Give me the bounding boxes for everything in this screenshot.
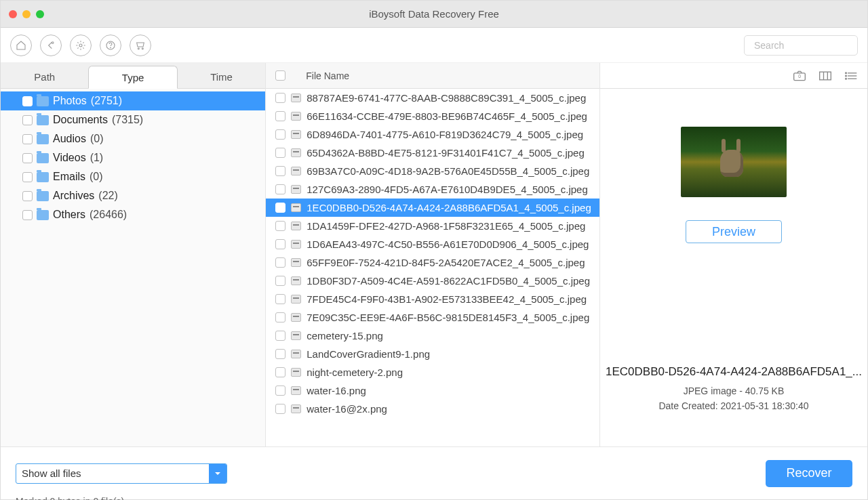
folder-icon [37, 172, 49, 182]
category-count: (2751) [91, 95, 122, 107]
svg-point-5 [142, 47, 143, 49]
category-row-videos[interactable]: Videos (1) [1, 148, 265, 167]
category-count: (7315) [112, 114, 143, 126]
category-row-emails[interactable]: Emails (0) [1, 167, 265, 186]
maximize-window-button[interactable] [36, 10, 44, 18]
select-all-checkbox[interactable] [275, 70, 285, 81]
column-view-button[interactable] [818, 70, 832, 82]
file-list: 88787AE9-6741-477C-8AAB-C9888C89C391_4_5… [266, 89, 599, 446]
category-row-audios[interactable]: Audios (0) [1, 129, 265, 148]
file-checkbox[interactable] [275, 221, 285, 231]
category-count: (22) [98, 190, 117, 202]
content-area: Path Type Time Photos (2751)Documents (7… [1, 63, 867, 446]
back-button[interactable] [40, 35, 62, 56]
tab-type[interactable]: Type [88, 66, 177, 89]
file-row[interactable]: 1DB0F3D7-A509-4C4E-A591-8622AC1FD5B0_4_5… [266, 272, 599, 290]
file-icon [291, 185, 301, 194]
file-row[interactable]: 65D4362A-B8BD-4E75-8121-9F31401F41C7_4_5… [266, 144, 599, 162]
recover-button[interactable]: Recover [766, 460, 852, 487]
category-row-others[interactable]: Others (26466) [1, 205, 265, 224]
file-checkbox[interactable] [275, 184, 285, 194]
category-name: Emails [53, 171, 85, 183]
file-checkbox[interactable] [275, 93, 285, 103]
svg-rect-9 [820, 72, 831, 80]
file-row[interactable]: 6D8946DA-7401-4775-A610-F819D3624C79_4_5… [266, 125, 599, 144]
file-name: water-16@2x.png [307, 403, 387, 415]
category-checkbox[interactable] [22, 210, 33, 220]
help-button[interactable] [100, 35, 121, 56]
preview-button[interactable]: Preview [686, 220, 782, 243]
category-row-archives[interactable]: Archives (22) [1, 186, 265, 205]
close-window-button[interactable] [9, 10, 17, 18]
file-checkbox[interactable] [275, 203, 285, 213]
file-checkbox[interactable] [275, 349, 285, 359]
file-checkbox[interactable] [275, 257, 285, 268]
file-icon [291, 386, 301, 395]
file-row[interactable]: 1EC0DBB0-D526-4A74-A424-2A88B6AFD5A1_4_5… [266, 199, 599, 217]
category-checkbox[interactable] [22, 134, 33, 144]
category-checkbox[interactable] [22, 96, 33, 106]
file-row[interactable]: 7E09C35C-EE9E-4A6F-B56C-9815DE8145F3_4_5… [266, 308, 599, 327]
svg-point-17 [846, 78, 847, 79]
list-view-button[interactable] [844, 70, 858, 82]
file-checkbox[interactable] [275, 129, 285, 140]
cart-button[interactable] [130, 35, 151, 56]
file-name: 1D6AEA43-497C-4C50-B556-A61E70D0D906_4_5… [307, 238, 589, 250]
file-checkbox[interactable] [275, 404, 285, 414]
category-row-documents[interactable]: Documents (7315) [1, 110, 265, 129]
tab-path[interactable]: Path [1, 65, 88, 88]
window-controls [9, 10, 44, 18]
category-row-photos[interactable]: Photos (2751) [1, 91, 265, 110]
file-name: 127C69A3-2890-4FD5-A67A-E7610D4B9DE5_4_5… [307, 184, 587, 195]
file-name: cemetery-15.png [307, 330, 383, 341]
file-row[interactable]: water-16.png [266, 381, 599, 400]
view-toolbar: 0 [600, 63, 867, 89]
search-input[interactable] [754, 40, 868, 51]
file-row[interactable]: 66E11634-CCBE-479E-8803-BE96B74C465F_4_5… [266, 107, 599, 125]
file-checkbox[interactable] [275, 367, 285, 377]
category-checkbox[interactable] [22, 191, 33, 201]
file-pane: File Name 88787AE9-6741-477C-8AAB-C9888C… [266, 63, 600, 446]
file-checkbox[interactable] [275, 148, 285, 158]
category-checkbox[interactable] [22, 115, 33, 125]
file-row[interactable]: cemetery-15.png [266, 327, 599, 345]
camera-view-button[interactable]: 0 [793, 70, 806, 82]
file-row[interactable]: 65FF9E0F-7524-421D-84F5-2A5420E7ACE2_4_5… [266, 253, 599, 272]
file-checkbox[interactable] [275, 331, 285, 341]
file-row[interactable]: night-cemetery-2.png [266, 363, 599, 381]
search-box[interactable] [744, 35, 858, 56]
category-checkbox[interactable] [22, 172, 33, 182]
home-button[interactable] [10, 35, 32, 56]
file-row[interactable]: LandCoverGradient9-1.png [266, 345, 599, 363]
file-row[interactable]: water-16@2x.png [266, 400, 599, 418]
file-name: 88787AE9-6741-477C-8AAB-C9888C89C391_4_5… [307, 92, 586, 104]
category-list: Photos (2751)Documents (7315)Audios (0)V… [1, 89, 265, 446]
settings-button[interactable] [70, 35, 92, 56]
category-checkbox[interactable] [22, 153, 33, 163]
file-checkbox[interactable] [275, 276, 285, 286]
file-checkbox[interactable] [275, 386, 285, 396]
file-icon [291, 130, 301, 139]
file-row[interactable]: 1DA1459F-DFE2-427D-A968-1F58F3231E65_4_5… [266, 217, 599, 235]
file-name: water-16.png [307, 385, 366, 396]
file-checkbox[interactable] [275, 166, 285, 176]
category-name: Others [53, 209, 85, 221]
file-checkbox[interactable] [275, 111, 285, 121]
category-name: Videos [53, 152, 86, 164]
column-file-name[interactable]: File Name [306, 70, 349, 81]
marked-status: Marked 0 bytes in 0 file(s) [16, 496, 124, 501]
tab-time[interactable]: Time [178, 65, 265, 88]
file-row[interactable]: 127C69A3-2890-4FD5-A67A-E7610D4B9DE5_4_5… [266, 180, 599, 199]
filter-select-dropdown[interactable] [209, 464, 226, 483]
file-row[interactable]: 69B3A7C0-A09C-4D18-9A2B-576A0E45D55B_4_5… [266, 162, 599, 180]
filter-select[interactable]: Show all files [16, 463, 227, 484]
minimize-window-button[interactable] [22, 10, 31, 18]
file-checkbox[interactable] [275, 239, 285, 249]
file-checkbox[interactable] [275, 312, 285, 322]
file-checkbox[interactable] [275, 294, 285, 304]
file-row[interactable]: 88787AE9-6741-477C-8AAB-C9888C89C391_4_5… [266, 89, 599, 107]
toolbar [1, 28, 867, 63]
category-count: (26466) [90, 209, 127, 221]
file-row[interactable]: 7FDE45C4-F9F0-43B1-A902-E573133BEE42_4_5… [266, 290, 599, 308]
file-row[interactable]: 1D6AEA43-497C-4C50-B556-A61E70D0D906_4_5… [266, 235, 599, 253]
